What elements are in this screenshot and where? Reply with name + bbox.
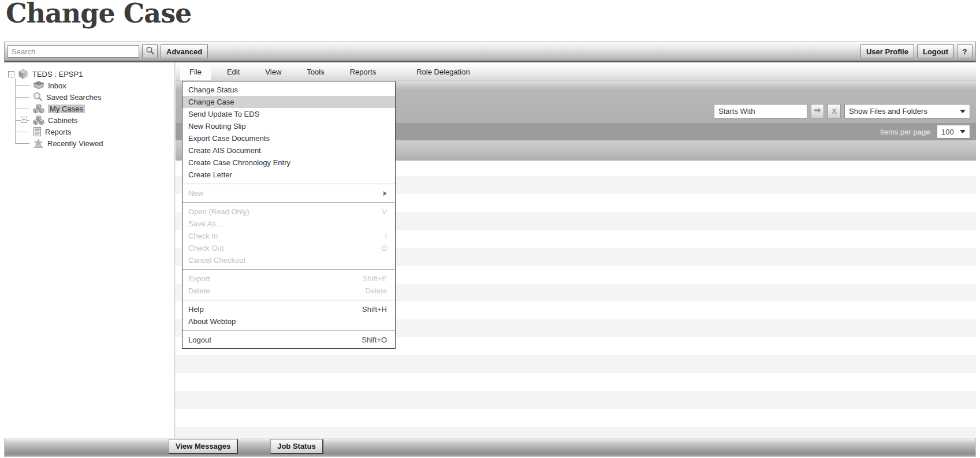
tree-connector-stub — [15, 85, 29, 86]
collapse-expander-icon[interactable]: - — [8, 71, 14, 77]
menu-item-create-ais-document[interactable]: Create AIS Document — [182, 144, 395, 157]
menu-item-help[interactable]: Help Shift+H — [182, 303, 395, 315]
menu-item-create-letter[interactable]: Create Letter — [182, 169, 395, 181]
advanced-search-button[interactable]: Advanced — [161, 44, 208, 58]
tree-node-label: Saved Searches — [46, 93, 101, 102]
items-per-page-select[interactable]: 100 — [937, 125, 970, 139]
tree-node-inbox[interactable]: Inbox — [4, 80, 174, 91]
menu-item-change-case[interactable]: Change Case — [182, 96, 395, 108]
menu-item-cancel-checkout: Cancel Checkout — [182, 254, 395, 266]
menu-separator — [182, 202, 395, 203]
tree-node-label: Recently Viewed — [47, 139, 103, 148]
menu-item-change-status[interactable]: Change Status — [182, 84, 395, 96]
repository-safe-icon — [17, 68, 29, 80]
inbox-icon — [32, 81, 45, 90]
menu-item-create-case-chronology-entry[interactable]: Create Case Chronology Entry — [182, 157, 395, 169]
show-files-folders-select[interactable]: Show Files and Folders — [844, 104, 970, 118]
menu-item-check-in: Check In I — [182, 230, 395, 242]
menu-separator — [182, 184, 395, 184]
menu-file[interactable]: File — [180, 64, 211, 80]
menu-item-logout[interactable]: Logout Shift+O — [182, 334, 395, 346]
menu-item-save-as: Save As... — [182, 218, 395, 230]
menu-item-send-update-to-eds[interactable]: Send Update To EDS — [182, 108, 395, 120]
menu-reports[interactable]: Reports — [341, 64, 386, 80]
menu-item-open-read-only: Open (Read Only) V — [182, 206, 395, 218]
star-icon — [32, 139, 44, 148]
tree-node-label-selected: My Cases — [48, 105, 85, 113]
tree-connector-stub — [15, 132, 29, 132]
help-button[interactable]: ? — [957, 44, 972, 58]
menu-role-delegation[interactable]: Role Delegation — [407, 64, 479, 80]
menu-item-export-case-documents[interactable]: Export Case Documents — [182, 132, 395, 144]
magnifier-icon — [32, 92, 43, 102]
tree-node-saved-searches[interactable]: Saved Searches — [4, 91, 174, 103]
select-value: Show Files and Folders — [849, 107, 927, 116]
repository-tree: - TEDS : EPSP1 Inbox — [4, 68, 174, 149]
magnifier-icon — [146, 46, 155, 57]
tree-node-recently-viewed[interactable]: Recently Viewed — [4, 137, 174, 149]
search-input[interactable] — [8, 45, 139, 58]
sidebar: - TEDS : EPSP1 Inbox — [4, 62, 175, 438]
top-toolbar: Advanced User Profile Logout ? — [4, 42, 976, 62]
apply-filter-button[interactable] — [811, 104, 824, 118]
expand-expander-icon[interactable]: + — [21, 117, 27, 123]
user-profile-button[interactable]: User Profile — [860, 44, 914, 58]
menu-item-export: Export Shift+E — [182, 273, 395, 285]
view-messages-button[interactable]: View Messages — [169, 439, 238, 454]
menu-edit[interactable]: Edit — [218, 64, 249, 80]
tree-node-reports[interactable]: Reports — [4, 126, 174, 137]
select-value: 100 — [941, 128, 954, 136]
tree-node-cabinets[interactable]: + Cabinets — [4, 114, 174, 126]
search-go-button[interactable] — [142, 44, 158, 58]
tree-connector-stub — [15, 97, 29, 98]
chevron-down-icon — [960, 130, 966, 133]
menu-separator — [182, 330, 395, 331]
arrow-right-icon — [814, 107, 822, 116]
tree-connector-stub — [15, 109, 29, 109]
tree-node-label: TEDS : EPSP1 — [32, 70, 83, 79]
tree-node-my-cases[interactable]: My Cases — [4, 103, 174, 114]
menu-view[interactable]: View — [256, 64, 290, 80]
job-status-button[interactable]: Job Status — [270, 439, 323, 454]
report-icon — [32, 126, 42, 137]
file-dropdown-menu: Change Status Change Case Send Update To… — [182, 81, 396, 349]
menu-item-check-out: Check Out O — [182, 242, 395, 254]
menu-separator — [182, 300, 395, 300]
menu-item-new: New — [182, 187, 395, 199]
cubes-icon — [32, 103, 45, 114]
clear-filter-button[interactable]: X — [828, 104, 841, 118]
tree-node-label: Reports — [45, 128, 72, 136]
menu-tools[interactable]: Tools — [297, 64, 333, 80]
tree-node-label: Cabinets — [48, 116, 77, 125]
webtop-page: Change Case Advanced User Profile Logout… — [0, 0, 980, 458]
tree-node-label: Inbox — [48, 81, 66, 90]
page-title: Change Case — [6, 0, 191, 29]
menu-item-delete: Delete Delete — [182, 285, 395, 297]
menu-item-about-webtop[interactable]: About Webtop — [182, 315, 395, 327]
menu-item-new-routing-slip[interactable]: New Routing Slip — [182, 120, 395, 132]
status-bar: View Messages Job Status — [4, 438, 976, 457]
tree-connector-stub — [15, 143, 29, 144]
menu-bar: File Edit View Tools Reports Role Delega… — [176, 64, 976, 81]
menu-separator — [182, 269, 395, 270]
logout-button[interactable]: Logout — [917, 44, 954, 58]
items-per-page-label: Items per page: — [880, 128, 932, 136]
starts-with-input[interactable] — [714, 104, 807, 118]
cubes-icon — [32, 115, 45, 125]
main-area: - TEDS : EPSP1 Inbox — [4, 62, 976, 438]
submenu-arrow-icon — [383, 191, 387, 196]
tree-node-repository[interactable]: - TEDS : EPSP1 — [4, 68, 174, 80]
chevron-down-icon — [960, 110, 966, 113]
